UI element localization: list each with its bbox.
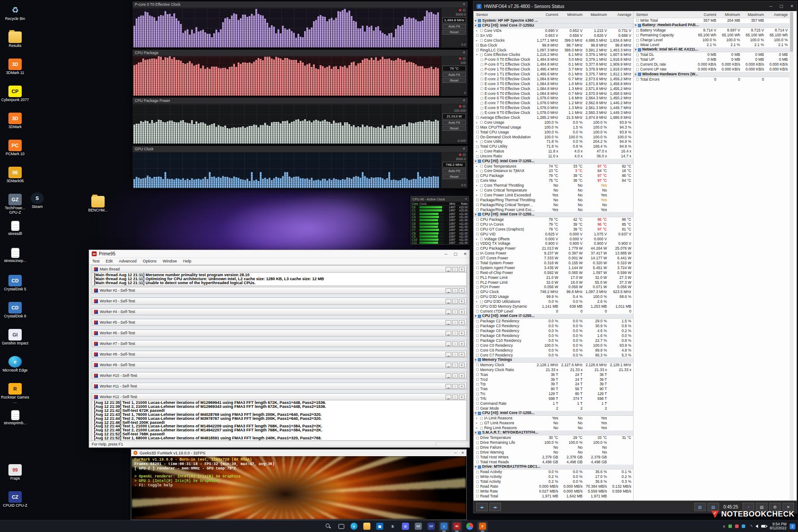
sensor-row[interactable]: ▸Core Critical TemperatureNoNoNo: [473, 188, 633, 193]
sensor-row[interactable]: ▸Core Temperatures74 °C33 °C97 °C82 °C: [473, 164, 633, 169]
close-icon[interactable]: ✕: [462, 98, 466, 104]
sensor-checkbox[interactable]: [636, 34, 639, 37]
sensor-row[interactable]: Total System Power0.316 W0.155 W0.320 W0…: [473, 261, 633, 266]
expand-arrow-icon[interactable]: ▸: [476, 164, 479, 169]
expand-arrow-icon[interactable]: ▸: [476, 426, 479, 430]
sensor-row[interactable]: Write Rate0.027 MB/s0.000 MB/s5.559 MB/s…: [473, 489, 633, 494]
desktop-icon-rockstar-games-[interactable]: RRockstar Games ...: [1, 383, 29, 404]
sensor-checkbox[interactable]: [476, 485, 479, 488]
sensor-row[interactable]: ▾Core Effective Clocks1,216.2 MHz6.1 MHz…: [473, 52, 633, 57]
collapse-arrow-icon[interactable]: ▾: [475, 357, 477, 362]
expand-arrow-icon[interactable]: ▸: [476, 168, 479, 173]
sensor-row[interactable]: CPU Package79 °C39 °C97 °C86 °C: [473, 173, 633, 178]
sensor-row[interactable]: Read Total1,971 MB1,642 MB1,971 MB: [473, 494, 633, 499]
desktop-icon-crystaldisk-5[interactable]: CDCrystalDisk 5: [1, 275, 29, 292]
taskbar-icon-discord[interactable]: D: [400, 521, 411, 532]
sensor-row[interactable]: Ring/LLC Clock1,097.3 MHz399.0 MHz3,591.…: [473, 48, 633, 53]
desktop-icon-fraps[interactable]: 99Fraps: [1, 464, 29, 481]
expand-arrow-icon[interactable]: ▸: [476, 139, 479, 144]
sensor-checkbox[interactable]: [480, 189, 483, 192]
sensor-checkbox[interactable]: [476, 203, 479, 206]
sensor-row[interactable]: P-core 1 T0 Effective Clock1,486.4 MHz3.…: [473, 67, 633, 72]
collapse-arrow-icon[interactable]: ▾: [475, 411, 477, 416]
sensor-checkbox[interactable]: [476, 402, 479, 405]
taskbar-clock[interactable]: 9:54 PM 8/12/2022: [770, 522, 786, 531]
close-button[interactable]: ✕: [459, 363, 465, 368]
expand-arrow-icon[interactable]: ▸: [476, 188, 479, 193]
minimize-button[interactable]: ▁: [446, 373, 451, 378]
desktop-icon-3dmark06[interactable]: 063DMark06: [1, 167, 29, 184]
sensor-row[interactable]: E-core 9 T0 Effective Clock1,078.0 MHz1.…: [473, 110, 633, 115]
collapse-arrow-icon[interactable]: ▾: [475, 159, 477, 164]
expand-arrow-icon[interactable]: ▸: [476, 237, 479, 242]
minimize-icon[interactable]: ─: [770, 4, 772, 8]
sensor-row[interactable]: Trc129 T80 T129 T: [473, 391, 633, 396]
sensor-checkbox[interactable]: [480, 29, 483, 32]
desktop-icon-stressprimb-[interactable]: stressprimb...: [1, 410, 29, 426]
sensor-row[interactable]: Total Errors000: [634, 77, 790, 82]
sensor-row[interactable]: Drive WarningNoNoNo: [473, 450, 633, 455]
desktop-icon-microsoft-edge[interactable]: eMicrosoft Edge: [1, 356, 29, 373]
sensor-row[interactable]: GPU Clock748.2 MHz99.8 MHz1,097.3 MHz623…: [473, 289, 633, 294]
sensor-checkbox[interactable]: [476, 243, 479, 245]
sensor-row[interactable]: Read Activity0.0 %0.0 %36.6 %0.1 %: [473, 469, 633, 474]
sensor-checkbox[interactable]: [476, 349, 479, 352]
collapse-arrow-icon[interactable]: ▾: [475, 18, 477, 23]
sensor-row[interactable]: Drive Temperature30 °C29 °C33 °C31 °C: [473, 435, 633, 440]
sensor-row[interactable]: Tras90 T56 T90 T: [473, 387, 633, 391]
tray-app-icon-red[interactable]: [735, 524, 739, 528]
sensor-checkbox[interactable]: [476, 286, 479, 289]
auto-fit-button[interactable]: Auto Fit: [442, 120, 466, 125]
active-clock-window[interactable]: CPU #0 - Active Clock ✕ Core Clock MHz R…: [411, 196, 469, 245]
sensor-row[interactable]: Max CPU/Thread Usage100.0 %1.5 %100.0 %9…: [473, 125, 633, 130]
sensor-row[interactable]: PL1 Power Limit21.0 W17.0 W32.0 W27.3 W: [473, 275, 633, 280]
sensor-row[interactable]: Tcas36 T24 T36 T: [473, 372, 633, 377]
sensor-checkbox[interactable]: [636, 54, 639, 56]
sensor-checkbox[interactable]: [481, 92, 483, 95]
expand-arrow-icon[interactable]: ▸: [476, 299, 479, 304]
sensor-group-header[interactable]: ▾CPU [#0]: Intel Core i7-1255...: [473, 212, 633, 217]
sensor-checkbox[interactable]: [476, 199, 479, 201]
sensor-row[interactable]: Gear Mode222: [473, 406, 633, 411]
graph-window-3[interactable]: CPU Package Power✕100.00021.013 WAuto Fi…: [132, 97, 468, 145]
auto-fit-button[interactable]: Auto Fit: [442, 72, 466, 77]
prime95-window[interactable]: 95 Prime95 ─ ▢ ✕ TestEditAdvancedOptions…: [89, 250, 470, 448]
menu-item-options[interactable]: Options: [140, 259, 160, 263]
collapse-arrow-icon[interactable]: ▾: [475, 314, 477, 319]
sensor-checkbox[interactable]: [636, 39, 639, 42]
sensor-row[interactable]: CPU GT Cores (Graphics)79 °C39 °C97 °C81…: [473, 227, 633, 232]
sensor-checkbox[interactable]: [476, 383, 479, 386]
sensor-checkbox[interactable]: [476, 368, 479, 371]
desktop-icon-cyberpunk-2077[interactable]: CPCyberpunk 2077: [1, 86, 29, 102]
collapse-arrow-icon[interactable]: ▾: [475, 23, 477, 28]
sensor-checkbox[interactable]: [476, 471, 479, 473]
desktop-icon-3dmark[interactable]: 3D3DMark: [1, 113, 29, 129]
sensor-group-header[interactable]: ▾S.M.A.R.T.: MTFDKBA1T0TFH...: [473, 430, 633, 436]
sensor-checkbox[interactable]: [480, 427, 483, 430]
desktop-icon-benchm-[interactable]: BENCHM...: [84, 196, 112, 213]
worker-window-titlebar[interactable]: Worker #12 - Self-Test▁□✕: [92, 393, 467, 400]
taskbar-icon-cpu-z[interactable]: CZ: [426, 521, 437, 532]
sensor-row[interactable]: Remaining Capacity65.100 Wh65.100 Wh65.1…: [634, 33, 790, 38]
sensor-checkbox[interactable]: [481, 73, 483, 75]
maximize-icon[interactable]: ▢: [779, 4, 783, 8]
sensor-row[interactable]: Average Effective Clock1,285.2 MHz21.5 M…: [473, 115, 633, 120]
sensor-checkbox[interactable]: [481, 97, 483, 100]
sensor-row[interactable]: Read Rate0.000 MB/s0.000 MB/s70.384 MB/s…: [473, 484, 633, 489]
sensor-checkbox[interactable]: [476, 364, 479, 366]
sensor-row[interactable]: P-core 1 T1 Effective Clock1,486.6 MHz0.…: [473, 72, 633, 77]
sensor-group-header[interactable]: ▾System: HP HP Spectre x360 ...: [473, 18, 633, 23]
maximize-button[interactable]: □: [452, 267, 458, 272]
sensor-checkbox[interactable]: [476, 228, 479, 231]
monitor-button[interactable]: ▥: [694, 503, 706, 511]
worker-window-titlebar[interactable]: Worker #7 - Self-Test▁□✕: [92, 340, 467, 347]
worker-window-titlebar[interactable]: Worker #9 - Self-Test▁□✕: [92, 361, 467, 368]
sensor-row[interactable]: ▸Core Usage100.0 %0.0 %100.0 %93.9 %: [473, 120, 633, 125]
sensor-group-header[interactable]: ▾CPU [#0]: Intel Core i7-1255...: [473, 314, 633, 319]
maximize-button[interactable]: □: [452, 395, 458, 399]
sensor-row[interactable]: PCH Power0.056 W0.056 W0.071 W0.056 W: [473, 285, 633, 289]
maximize-button[interactable]: □: [452, 288, 458, 293]
main-thread-window-titlebar[interactable]: Main thread▁□✕: [92, 266, 467, 273]
auto-fit-button[interactable]: Auto Fit: [442, 24, 466, 29]
close-icon[interactable]: ✕: [462, 50, 466, 56]
